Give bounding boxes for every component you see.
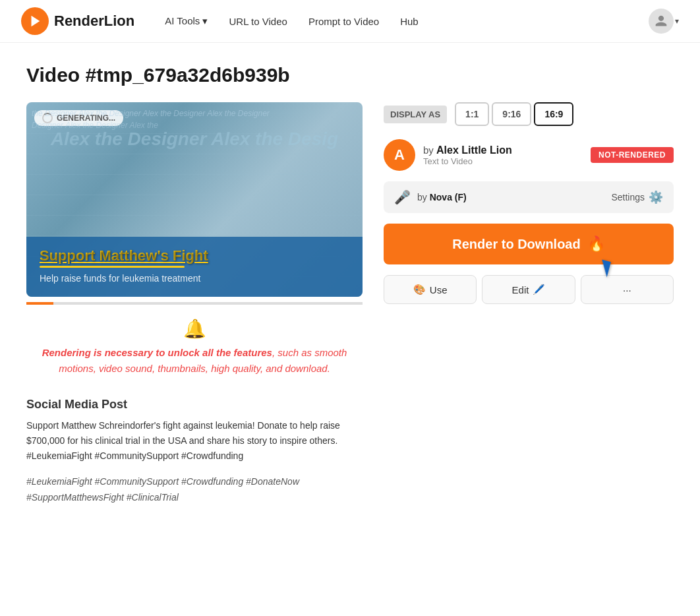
page-title: Video #tmp_679a32d6b939b — [26, 64, 674, 86]
render-button-label: Render to Download — [452, 237, 580, 252]
ratio-9-16[interactable]: 9:16 — [492, 102, 531, 126]
author-avatar-letter: A — [394, 146, 405, 164]
edit-button[interactable]: Edit 🖊️ — [482, 275, 575, 304]
bell-notice: 🔔 — [26, 318, 363, 340]
left-column: GENERATING... the Designer Alex the Desi… — [26, 102, 363, 506]
settings-button[interactable]: Settings ⚙️ — [611, 190, 663, 204]
author-info: A by Alex Little Lion Text to Video — [384, 139, 512, 171]
nav-links: AI Tools ▾ URL to Video Prompt to Video … — [156, 10, 427, 32]
author-name: by Alex Little Lion — [423, 144, 512, 156]
by-label: by — [423, 144, 434, 156]
progress-bar-wrap — [26, 302, 363, 305]
user-icon — [655, 15, 668, 28]
preview-title-text: Support Matthew's Fight — [40, 247, 208, 264]
logo-icon — [21, 7, 49, 35]
ratio-1-1[interactable]: 1:1 — [455, 102, 489, 126]
social-post-title: Social Media Post — [26, 398, 363, 412]
nav-url-to-video[interactable]: URL to Video — [220, 11, 297, 32]
author-details: by Alex Little Lion Text to Video — [423, 144, 512, 166]
social-post-body: Support Matthew Schreindorfer's fight ag… — [26, 418, 363, 464]
navbar: RenderLion AI Tools ▾ URL to Video Promp… — [0, 0, 700, 43]
author-full-name: Alex Little Lion — [436, 144, 512, 156]
voice-row: 🎤 by Nova (F) Settings ⚙️ — [384, 181, 674, 213]
edit-icon: 🖊️ — [533, 284, 545, 295]
video-preview: GENERATING... the Designer Alex the Desi… — [26, 102, 363, 297]
nav-prompt-to-video[interactable]: Prompt to Video — [299, 11, 388, 32]
author-avatar: A — [384, 139, 415, 171]
watermark-line1: the Designer Alex the Designer Alex the … — [32, 108, 357, 119]
not-rendered-badge: NOT-RENDERED — [591, 147, 674, 163]
voice-name: Nova (F) — [430, 192, 467, 202]
main-content: Video #tmp_679a32d6b939b GENERATING... t… — [0, 43, 700, 527]
right-panel: DISPLAY AS 1:1 9:16 16:9 A by Alex Littl… — [384, 102, 674, 304]
progress-bar — [26, 302, 53, 305]
display-as-label: DISPLAY AS — [384, 106, 447, 123]
social-post-section: Social Media Post Support Matthew Schrei… — [26, 398, 363, 506]
render-to-download-button[interactable]: Render to Download 🔥 — [384, 224, 674, 264]
action-row: 🎨 Use Edit 🖊️ ··· — [384, 275, 674, 304]
big-watermark: Alex the Designer Alex the Desig — [26, 129, 363, 150]
play-icon — [28, 14, 42, 28]
notice-text: Rendering is necessary to unlock all the… — [26, 345, 363, 377]
voice-left: 🎤 by Nova (F) — [394, 189, 467, 205]
logo[interactable]: RenderLion — [21, 7, 134, 35]
more-button[interactable]: ··· — [581, 275, 674, 304]
nav-right: ▾ — [649, 9, 679, 34]
preview-card: Support Matthew's Fight Help raise funds… — [26, 237, 363, 297]
notice-bold: Rendering is necessary to unlock all the… — [42, 347, 272, 358]
use-button[interactable]: 🎨 Use — [384, 275, 477, 304]
settings-label: Settings — [611, 192, 645, 202]
svg-marker-0 — [32, 16, 40, 27]
mic-icon: 🎤 — [394, 189, 411, 205]
preview-subtitle: Help raise funds for leukemia treatment — [40, 273, 349, 284]
nav-ai-tools[interactable]: AI Tools ▾ — [156, 10, 217, 32]
preview-title: Support Matthew's Fight — [40, 247, 349, 264]
display-as-row: DISPLAY AS 1:1 9:16 16:9 — [384, 102, 674, 126]
author-subtitle: Text to Video — [423, 156, 512, 166]
bell-icon: 🔔 — [26, 318, 363, 340]
use-label: Use — [430, 284, 448, 295]
author-row: A by Alex Little Lion Text to Video NOT-… — [384, 139, 674, 171]
fire-icon: 🔥 — [587, 235, 605, 253]
logo-text: RenderLion — [54, 13, 134, 30]
palette-icon: 🎨 — [413, 284, 426, 295]
voice-label: by Nova (F) — [417, 192, 467, 202]
more-label: ··· — [623, 284, 631, 295]
edit-label: Edit — [512, 284, 529, 295]
hashtags: #LeukemiaFight #CommunitySupport #Crowdf… — [26, 474, 363, 506]
gear-icon: ⚙️ — [649, 190, 663, 204]
content-grid: GENERATING... the Designer Alex the Desi… — [26, 102, 674, 506]
user-avatar-icon[interactable] — [649, 9, 674, 34]
user-dropdown-arrow[interactable]: ▾ — [675, 16, 679, 26]
ratio-16-9[interactable]: 16:9 — [534, 102, 573, 126]
nav-hub[interactable]: Hub — [391, 11, 428, 32]
preview-underline — [40, 266, 185, 268]
voice-by: by — [417, 192, 427, 202]
